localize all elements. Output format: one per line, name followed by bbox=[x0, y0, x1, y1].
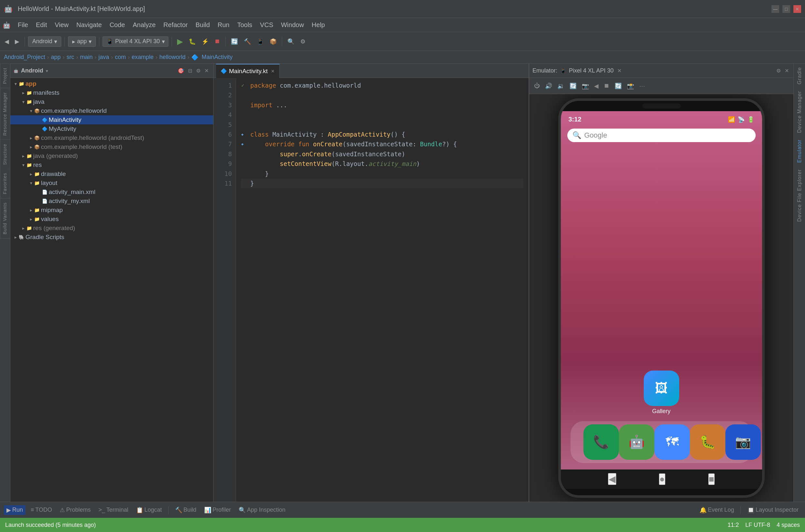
menu-help[interactable]: Help bbox=[308, 20, 328, 30]
breadcrumb-android-project[interactable]: Android_Project bbox=[4, 54, 45, 61]
tree-item-values[interactable]: ▸ 📁 values bbox=[10, 215, 213, 224]
code-body[interactable]: ✓ ◆ ◆ bbox=[236, 78, 529, 502]
back-button[interactable]: ◀ bbox=[3, 37, 11, 46]
tab-app-inspection[interactable]: 🔍 App Inspection bbox=[236, 505, 288, 515]
tab-profiler[interactable]: 📊 Profiler bbox=[202, 505, 234, 515]
panel-collapse-button[interactable]: ⊟ bbox=[187, 67, 194, 74]
debug-button[interactable]: 🐛 bbox=[187, 37, 198, 46]
menu-code[interactable]: Code bbox=[106, 20, 128, 30]
maximize-button[interactable]: □ bbox=[783, 5, 790, 13]
app-module-dropdown[interactable]: ▸ app ▾ bbox=[68, 36, 96, 47]
tab-logcat[interactable]: 📋 Logcat bbox=[133, 505, 164, 515]
phone-dock-maps[interactable]: 🗺 bbox=[654, 424, 690, 460]
editor-tab-mainactivity[interactable]: 🔷 MainActivity.kt ✕ bbox=[216, 64, 280, 78]
tree-item-package-test[interactable]: ▸ 📦 com.example.helloworld (test) bbox=[10, 142, 213, 151]
menu-refactor[interactable]: Refactor bbox=[160, 20, 191, 30]
phone-dock-android[interactable]: 🤖 bbox=[619, 424, 654, 460]
code-text-area[interactable]: package com.example.helloworld import ..… bbox=[250, 80, 524, 499]
minimize-button[interactable]: — bbox=[771, 5, 779, 13]
run-button[interactable]: ▶ bbox=[175, 36, 185, 48]
tree-item-mipmap[interactable]: ▸ 📁 mipmap bbox=[10, 206, 213, 215]
emulator-settings-button[interactable]: ⚙ bbox=[775, 67, 782, 74]
breadcrumb-mainactivity[interactable]: MainActivity bbox=[202, 54, 233, 61]
menu-navigate[interactable]: Navigate bbox=[73, 20, 105, 30]
emu-more-button[interactable]: ⋯ bbox=[638, 81, 647, 91]
menu-run[interactable]: Run bbox=[215, 20, 233, 30]
close-button[interactable]: ✕ bbox=[793, 5, 801, 13]
emu-refresh-button[interactable]: 🔄 bbox=[613, 81, 623, 91]
settings-button[interactable]: ⚙ bbox=[298, 37, 307, 46]
forward-button[interactable]: ▶ bbox=[13, 37, 21, 46]
avd-button[interactable]: 📱 bbox=[255, 37, 266, 46]
event-log-button[interactable]: 🔔 Event Log bbox=[697, 505, 737, 515]
tree-item-mainactivity[interactable]: 🔷 MainActivity bbox=[10, 115, 213, 125]
build-button[interactable]: 🔨 bbox=[242, 37, 253, 46]
tree-item-app[interactable]: ▾ 📁 app bbox=[10, 79, 213, 88]
panel-hide-button[interactable]: ✕ bbox=[203, 67, 210, 74]
project-panel-tab[interactable]: Project bbox=[0, 64, 10, 88]
breadcrumb-java[interactable]: java bbox=[98, 54, 109, 61]
tree-item-java[interactable]: ▾ 📁 java bbox=[10, 97, 213, 106]
menu-window[interactable]: Window bbox=[278, 20, 307, 30]
breadcrumb-com[interactable]: com bbox=[115, 54, 126, 61]
phone-search-bar[interactable]: 🔍 Google bbox=[567, 129, 756, 142]
emu-volume-up-button[interactable]: 🔊 bbox=[544, 81, 554, 91]
breadcrumb-app[interactable]: app bbox=[51, 54, 61, 61]
tree-item-package-main[interactable]: ▾ 📦 com.example.helloworld bbox=[10, 106, 213, 115]
emulator-close-tab-button[interactable]: ✕ bbox=[616, 67, 623, 74]
tree-item-layout[interactable]: ▾ 📁 layout bbox=[10, 178, 213, 188]
emu-camera-button[interactable]: 📸 bbox=[625, 81, 636, 91]
breadcrumb-example[interactable]: example bbox=[132, 54, 153, 61]
breadcrumb-main[interactable]: main bbox=[80, 54, 93, 61]
favorites-tab[interactable]: Favorites bbox=[0, 169, 10, 198]
sdk-button[interactable]: 📦 bbox=[268, 37, 279, 46]
menu-edit[interactable]: Edit bbox=[33, 20, 50, 30]
phone-dock-phone[interactable]: 📞 bbox=[583, 424, 619, 460]
android-dropdown[interactable]: Android ▾ bbox=[28, 36, 61, 47]
tree-item-package-androidtest[interactable]: ▸ 📦 com.example.helloworld (androidTest) bbox=[10, 133, 213, 142]
resource-manager-tab[interactable]: Resource Manager bbox=[0, 88, 10, 140]
phone-back-nav-button[interactable]: ◀ bbox=[608, 473, 616, 485]
phone-home-button[interactable]: ● bbox=[659, 473, 666, 485]
tree-item-myactivity[interactable]: 🔷 MyActivity bbox=[10, 125, 213, 133]
device-file-explorer-tab[interactable]: Device File Explorer bbox=[797, 166, 802, 225]
stop-button[interactable]: ⏹ bbox=[213, 37, 222, 46]
tab-problems[interactable]: ⚠ Problems bbox=[57, 505, 93, 515]
phone-app-gallery-icon[interactable]: 🖼 bbox=[644, 370, 679, 406]
tab-close-button[interactable]: ✕ bbox=[271, 69, 275, 74]
layout-inspector-button[interactable]: 🔲 Layout Inspector bbox=[745, 505, 801, 515]
breadcrumb-helloworld[interactable]: helloworld bbox=[159, 54, 185, 61]
line-separator[interactable]: LF UTF-8 bbox=[745, 522, 770, 529]
emu-back-button[interactable]: ◀ bbox=[592, 81, 600, 91]
tab-terminal[interactable]: >_ Terminal bbox=[96, 505, 131, 515]
phone-power-button[interactable] bbox=[762, 165, 765, 185]
menu-vcs[interactable]: VCS bbox=[257, 20, 276, 30]
menu-view[interactable]: View bbox=[52, 20, 72, 30]
indent-info[interactable]: 4 spaces bbox=[776, 522, 800, 529]
panel-locate-button[interactable]: 🎯 bbox=[177, 67, 185, 74]
sync-button[interactable]: 🔄 bbox=[229, 37, 240, 46]
menu-file[interactable]: File bbox=[15, 20, 31, 30]
tab-todo[interactable]: ≡ TODO bbox=[28, 505, 55, 515]
tab-run[interactable]: ▶ Run bbox=[4, 505, 25, 515]
profile-button[interactable]: ⚡ bbox=[200, 37, 211, 46]
tree-item-java-generated[interactable]: ▸ 📁 java (generated) bbox=[10, 151, 213, 160]
tree-item-gradle-scripts[interactable]: ▸ 🐘 Gradle Scripts bbox=[10, 233, 213, 242]
menu-analyze[interactable]: Analyze bbox=[129, 20, 159, 30]
cursor-position[interactable]: 11:2 bbox=[728, 522, 739, 529]
tree-item-res-generated[interactable]: ▸ 📁 res (generated) bbox=[10, 224, 213, 233]
build-variants-tab[interactable]: Build Variants bbox=[0, 198, 10, 239]
phone-recents-button[interactable]: ■ bbox=[708, 473, 715, 485]
emu-volume-down-button[interactable]: 🔉 bbox=[556, 81, 566, 91]
emu-power-button[interactable]: ⏻ bbox=[532, 81, 542, 90]
emu-stop-button[interactable]: ⏹ bbox=[602, 81, 611, 90]
menu-build[interactable]: Build bbox=[192, 20, 213, 30]
panel-settings-button[interactable]: ⚙ bbox=[195, 67, 202, 74]
gradle-panel-tab[interactable]: Gradle bbox=[797, 64, 802, 88]
tree-item-activity-main-xml[interactable]: 📄 activity_main.xml bbox=[10, 188, 213, 196]
menu-tools[interactable]: Tools bbox=[234, 20, 255, 30]
tab-build[interactable]: 🔨 Build bbox=[172, 505, 199, 515]
structure-tab[interactable]: Structure bbox=[0, 140, 10, 169]
emulator-hide-button[interactable]: ✕ bbox=[783, 67, 790, 74]
emu-rotate-button[interactable]: 🔄 bbox=[568, 81, 578, 91]
